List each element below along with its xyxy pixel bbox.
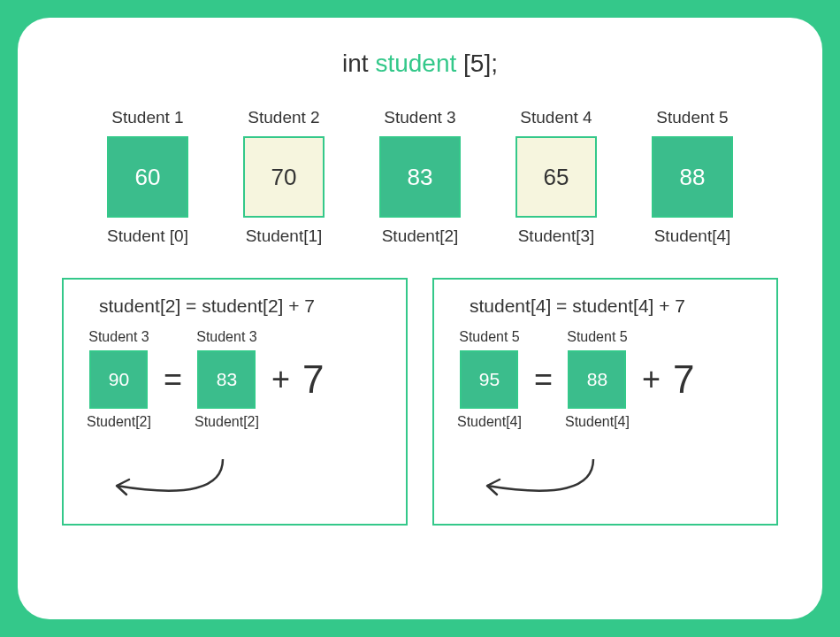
source-cell: Student 3 83 Student[2] [195, 329, 259, 430]
mini-bottom-label: Student[4] [457, 414, 522, 430]
cell-bottom-label: Student[2] [382, 226, 459, 246]
cell-top-label: Student 2 [248, 108, 319, 127]
cell-top-label: Student 5 [656, 108, 728, 127]
assignment-arrow-icon [90, 455, 267, 517]
type-keyword: int [342, 50, 369, 77]
cell-bottom-label: Student[1] [246, 226, 323, 246]
mini-top-label: Student 5 [459, 329, 520, 345]
equation-row: Student 5 95 Student[4] = Student 5 88 S… [457, 329, 764, 430]
diagram-card: int student [5]; Student 1 60 Student [0… [18, 18, 822, 619]
update-panel: student[4] = student[4] + 7 Student 5 95… [432, 278, 778, 526]
cell-top-label: Student 3 [384, 108, 455, 127]
mini-top-label: Student 3 [88, 329, 149, 345]
equation-row: Student 3 90 Student[2] = Student 3 83 S… [87, 329, 393, 430]
array-cell: Student 5 88 Student[4] [644, 108, 741, 246]
result-cell: Student 3 90 Student[2] [87, 329, 151, 430]
cell-value: 65 [515, 136, 597, 218]
mini-bottom-label: Student[2] [195, 414, 259, 430]
cell-top-label: Student 4 [520, 108, 592, 127]
equals-sign: = [534, 361, 553, 398]
mini-value: 83 [197, 350, 256, 409]
result-cell: Student 5 95 Student[4] [457, 329, 522, 430]
array-name: student [375, 50, 456, 77]
plus-sign: + [642, 361, 661, 398]
addend: 7 [673, 357, 694, 402]
update-panel: student[2] = student[2] + 7 Student 3 90… [62, 278, 408, 526]
array-row: Student 1 60 Student [0] Student 2 70 St… [62, 108, 778, 246]
mini-value: 88 [568, 350, 626, 409]
array-declaration: int student [5]; [62, 50, 778, 78]
mini-bottom-label: Student[2] [87, 414, 151, 430]
mini-bottom-label: Student[4] [565, 414, 630, 430]
cell-value: 60 [107, 136, 188, 218]
mini-value: 90 [89, 350, 148, 409]
mini-top-label: Student 3 [196, 329, 257, 345]
array-cell: Student 1 60 Student [0] [99, 108, 196, 246]
addend: 7 [302, 357, 324, 402]
mini-top-label: Student 5 [567, 329, 628, 345]
cell-value: 83 [379, 136, 461, 218]
assignment-arrow-icon [461, 455, 638, 517]
expression-text: student[2] = student[2] + 7 [99, 295, 393, 317]
array-cell: Student 4 65 Student[3] [508, 108, 605, 246]
cell-top-label: Student 1 [111, 108, 183, 127]
cell-bottom-label: Student[3] [518, 226, 595, 246]
source-cell: Student 5 88 Student[4] [565, 329, 630, 430]
panels-row: student[2] = student[2] + 7 Student 3 90… [62, 278, 778, 526]
array-cell: Student 3 83 Student[2] [371, 108, 469, 246]
array-size: [5]; [463, 50, 498, 77]
plus-sign: + [271, 361, 290, 398]
mini-value: 95 [460, 350, 518, 409]
expression-text: student[4] = student[4] + 7 [470, 295, 764, 317]
cell-value: 88 [652, 136, 733, 218]
cell-value: 70 [243, 136, 325, 218]
equals-sign: = [164, 361, 182, 398]
cell-bottom-label: Student[4] [654, 226, 731, 246]
cell-bottom-label: Student [0] [107, 226, 188, 246]
array-cell: Student 2 70 Student[1] [235, 108, 332, 246]
